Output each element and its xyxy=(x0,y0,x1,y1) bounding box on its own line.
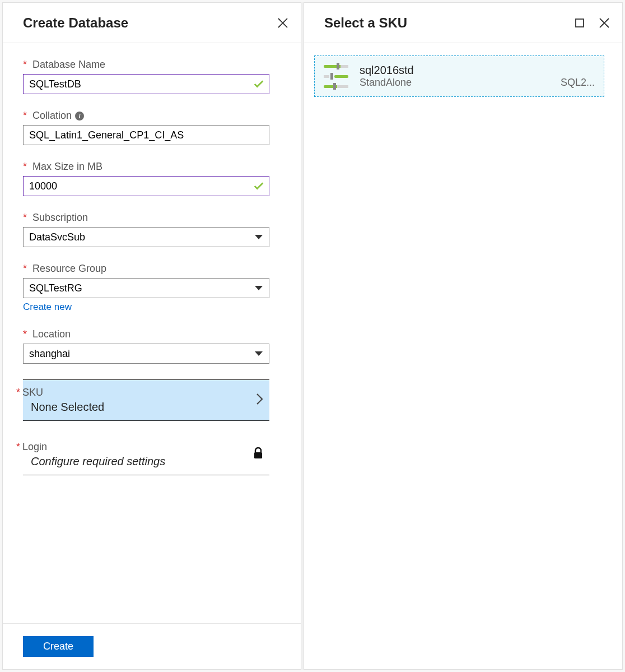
collation-label: Collation xyxy=(32,110,72,122)
location-label: Location xyxy=(32,328,71,340)
sku-type: StandAlone xyxy=(360,77,412,89)
subscription-label: Subscription xyxy=(32,212,88,224)
location-field: *Location xyxy=(23,328,281,364)
svg-rect-0 xyxy=(254,452,262,458)
database-name-label: Database Name xyxy=(32,59,105,71)
login-blade[interactable]: *Login Configure required settings xyxy=(23,434,269,475)
close-icon[interactable] xyxy=(277,17,288,29)
max-size-input[interactable] xyxy=(23,176,269,196)
left-panel-footer: Create xyxy=(3,623,301,669)
sku-label: SKU xyxy=(22,387,43,398)
collation-input[interactable] xyxy=(23,125,269,145)
select-sku-panel: Select a SKU sql2016std StandAlone SQL2.… xyxy=(304,2,623,670)
resource-group-field: *Resource Group Create new xyxy=(23,263,281,313)
create-new-link[interactable]: Create new xyxy=(23,302,72,313)
sku-blade[interactable]: *SKU None Selected xyxy=(23,379,269,421)
left-panel-body: *Database Name * Collation i *Max Size i… xyxy=(3,43,301,623)
lock-icon xyxy=(253,447,264,462)
svg-rect-1 xyxy=(576,19,584,27)
resource-group-label: Resource Group xyxy=(32,263,106,275)
subscription-field: *Subscription xyxy=(23,212,281,247)
create-database-panel: Create Database *Database Name * Collati… xyxy=(2,2,301,670)
max-size-field: *Max Size in MB xyxy=(23,161,281,196)
resource-group-select[interactable] xyxy=(23,278,269,298)
right-panel-body: sql2016std StandAlone SQL2... xyxy=(304,43,622,97)
chevron-right-icon xyxy=(256,393,264,407)
left-panel-header: Create Database xyxy=(3,3,301,43)
location-select[interactable] xyxy=(23,344,269,364)
sliders-icon xyxy=(324,64,348,89)
info-icon[interactable]: i xyxy=(75,112,84,121)
login-value: Configure required settings xyxy=(23,455,264,468)
right-panel-header: Select a SKU xyxy=(304,3,622,43)
max-size-label: Max Size in MB xyxy=(32,161,102,173)
close-icon[interactable] xyxy=(599,17,610,29)
right-panel-title: Select a SKU xyxy=(324,15,407,31)
subscription-select[interactable] xyxy=(23,227,269,247)
sku-name: sql2016std xyxy=(360,64,595,77)
restore-icon[interactable] xyxy=(574,17,585,29)
collation-field: * Collation i xyxy=(23,110,281,145)
sku-edition: SQL2... xyxy=(561,77,595,89)
login-label: Login xyxy=(22,441,47,452)
sku-value: None Selected xyxy=(23,401,264,414)
sku-card[interactable]: sql2016std StandAlone SQL2... xyxy=(314,55,604,97)
database-name-input[interactable] xyxy=(23,74,269,94)
create-button[interactable]: Create xyxy=(23,636,94,657)
database-name-field: *Database Name xyxy=(23,59,281,94)
left-panel-title: Create Database xyxy=(23,15,128,31)
